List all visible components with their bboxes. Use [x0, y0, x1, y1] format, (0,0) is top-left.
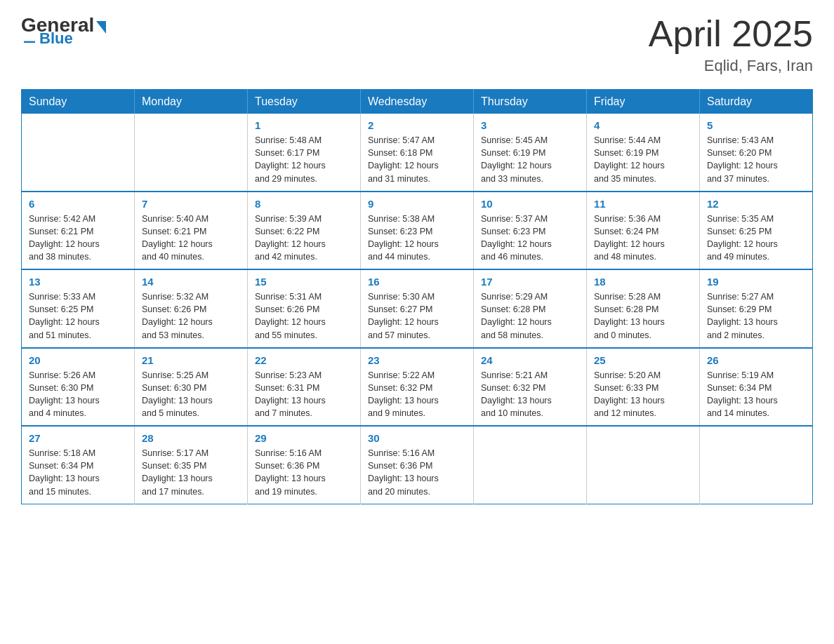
calendar-cell: 14Sunrise: 5:32 AMSunset: 6:26 PMDayligh… [135, 269, 248, 348]
day-info: Sunrise: 5:43 AMSunset: 6:20 PMDaylight:… [707, 134, 805, 185]
calendar-cell: 29Sunrise: 5:16 AMSunset: 6:36 PMDayligh… [248, 426, 361, 504]
day-info: Sunrise: 5:38 AMSunset: 6:23 PMDaylight:… [368, 213, 466, 264]
calendar-cell [22, 114, 135, 192]
day-number: 3 [481, 119, 579, 131]
day-info: Sunrise: 5:27 AMSunset: 6:29 PMDaylight:… [707, 290, 805, 342]
day-info: Sunrise: 5:37 AMSunset: 6:23 PMDaylight:… [481, 213, 579, 264]
day-number: 25 [594, 354, 692, 366]
calendar-cell: 12Sunrise: 5:35 AMSunset: 6:25 PMDayligh… [700, 192, 813, 270]
day-number: 7 [142, 198, 240, 210]
calendar-cell: 18Sunrise: 5:28 AMSunset: 6:28 PMDayligh… [587, 269, 700, 348]
day-header-friday: Friday [587, 90, 700, 114]
day-number: 5 [707, 119, 805, 131]
calendar-cell: 13Sunrise: 5:33 AMSunset: 6:25 PMDayligh… [22, 269, 135, 348]
calendar-cell: 9Sunrise: 5:38 AMSunset: 6:23 PMDaylight… [361, 192, 474, 270]
day-number: 26 [707, 354, 805, 366]
page-header: General ▬▬ Blue April 2025 Eqlid, Fars, … [21, 14, 813, 75]
calendar-cell: 17Sunrise: 5:29 AMSunset: 6:28 PMDayligh… [474, 269, 587, 348]
day-header-wednesday: Wednesday [361, 90, 474, 114]
calendar-cell: 2Sunrise: 5:47 AMSunset: 6:18 PMDaylight… [361, 114, 474, 192]
day-info: Sunrise: 5:28 AMSunset: 6:28 PMDaylight:… [594, 290, 692, 342]
day-number: 20 [29, 354, 127, 366]
day-number: 30 [368, 432, 466, 444]
day-header-saturday: Saturday [700, 90, 813, 114]
calendar-cell: 20Sunrise: 5:26 AMSunset: 6:30 PMDayligh… [22, 348, 135, 427]
day-number: 11 [594, 198, 692, 210]
calendar-week-row: 27Sunrise: 5:18 AMSunset: 6:34 PMDayligh… [22, 426, 813, 504]
day-number: 9 [368, 198, 466, 210]
calendar-cell: 24Sunrise: 5:21 AMSunset: 6:32 PMDayligh… [474, 348, 587, 427]
day-info: Sunrise: 5:26 AMSunset: 6:30 PMDaylight:… [29, 369, 127, 420]
calendar-cell: 25Sunrise: 5:20 AMSunset: 6:33 PMDayligh… [587, 348, 700, 427]
day-number: 22 [255, 354, 353, 366]
day-info: Sunrise: 5:48 AMSunset: 6:17 PMDaylight:… [255, 134, 353, 185]
day-info: Sunrise: 5:25 AMSunset: 6:30 PMDaylight:… [142, 369, 240, 420]
calendar-week-row: 6Sunrise: 5:42 AMSunset: 6:21 PMDaylight… [22, 192, 813, 270]
calendar-cell: 5Sunrise: 5:43 AMSunset: 6:20 PMDaylight… [700, 114, 813, 192]
day-info: Sunrise: 5:45 AMSunset: 6:19 PMDaylight:… [481, 134, 579, 185]
day-number: 21 [142, 354, 240, 366]
day-info: Sunrise: 5:30 AMSunset: 6:27 PMDaylight:… [368, 290, 466, 342]
calendar-cell: 7Sunrise: 5:40 AMSunset: 6:21 PMDaylight… [135, 192, 248, 270]
day-number: 16 [368, 276, 466, 288]
day-number: 18 [594, 276, 692, 288]
calendar-cell: 16Sunrise: 5:30 AMSunset: 6:27 PMDayligh… [361, 269, 474, 348]
calendar-cell: 23Sunrise: 5:22 AMSunset: 6:32 PMDayligh… [361, 348, 474, 427]
day-number: 23 [368, 354, 466, 366]
calendar-cell [135, 114, 248, 192]
location-title: Eqlid, Fars, Iran [649, 57, 813, 75]
day-number: 14 [142, 276, 240, 288]
day-number: 28 [142, 432, 240, 444]
day-number: 15 [255, 276, 353, 288]
logo-arrow-icon [96, 21, 106, 34]
calendar-cell [700, 426, 813, 504]
calendar-week-row: 1Sunrise: 5:48 AMSunset: 6:17 PMDaylight… [22, 114, 813, 192]
calendar-cell: 1Sunrise: 5:48 AMSunset: 6:17 PMDaylight… [248, 114, 361, 192]
day-info: Sunrise: 5:16 AMSunset: 6:36 PMDaylight:… [368, 447, 466, 498]
day-number: 13 [29, 276, 127, 288]
month-title: April 2025 [649, 14, 813, 54]
day-info: Sunrise: 5:22 AMSunset: 6:32 PMDaylight:… [368, 369, 466, 420]
day-info: Sunrise: 5:19 AMSunset: 6:34 PMDaylight:… [707, 369, 805, 420]
calendar-cell [587, 426, 700, 504]
calendar-cell: 6Sunrise: 5:42 AMSunset: 6:21 PMDaylight… [22, 192, 135, 270]
day-info: Sunrise: 5:47 AMSunset: 6:18 PMDaylight:… [368, 134, 466, 185]
calendar-cell: 30Sunrise: 5:16 AMSunset: 6:36 PMDayligh… [361, 426, 474, 504]
calendar-cell: 4Sunrise: 5:44 AMSunset: 6:19 PMDaylight… [587, 114, 700, 192]
calendar-cell: 19Sunrise: 5:27 AMSunset: 6:29 PMDayligh… [700, 269, 813, 348]
calendar-cell: 21Sunrise: 5:25 AMSunset: 6:30 PMDayligh… [135, 348, 248, 427]
day-info: Sunrise: 5:29 AMSunset: 6:28 PMDaylight:… [481, 290, 579, 342]
title-section: April 2025 Eqlid, Fars, Iran [649, 14, 813, 75]
day-number: 6 [29, 198, 127, 210]
calendar-header-row: SundayMondayTuesdayWednesdayThursdayFrid… [22, 90, 813, 114]
calendar-cell: 22Sunrise: 5:23 AMSunset: 6:31 PMDayligh… [248, 348, 361, 427]
day-number: 17 [481, 276, 579, 288]
day-info: Sunrise: 5:17 AMSunset: 6:35 PMDaylight:… [142, 447, 240, 498]
day-info: Sunrise: 5:36 AMSunset: 6:24 PMDaylight:… [594, 213, 692, 264]
calendar-cell: 8Sunrise: 5:39 AMSunset: 6:22 PMDaylight… [248, 192, 361, 270]
day-number: 10 [481, 198, 579, 210]
day-number: 8 [255, 198, 353, 210]
day-header-tuesday: Tuesday [248, 90, 361, 114]
calendar-cell: 27Sunrise: 5:18 AMSunset: 6:34 PMDayligh… [22, 426, 135, 504]
day-info: Sunrise: 5:33 AMSunset: 6:25 PMDaylight:… [29, 290, 127, 342]
day-info: Sunrise: 5:23 AMSunset: 6:31 PMDaylight:… [255, 369, 353, 420]
calendar-cell: 26Sunrise: 5:19 AMSunset: 6:34 PMDayligh… [700, 348, 813, 427]
calendar-week-row: 13Sunrise: 5:33 AMSunset: 6:25 PMDayligh… [22, 269, 813, 348]
day-number: 19 [707, 276, 805, 288]
day-header-sunday: Sunday [22, 90, 135, 114]
day-info: Sunrise: 5:31 AMSunset: 6:26 PMDaylight:… [255, 290, 353, 342]
day-info: Sunrise: 5:18 AMSunset: 6:34 PMDaylight:… [29, 447, 127, 498]
day-header-thursday: Thursday [474, 90, 587, 114]
day-info: Sunrise: 5:40 AMSunset: 6:21 PMDaylight:… [142, 213, 240, 264]
day-info: Sunrise: 5:21 AMSunset: 6:32 PMDaylight:… [481, 369, 579, 420]
calendar-week-row: 20Sunrise: 5:26 AMSunset: 6:30 PMDayligh… [22, 348, 813, 427]
day-number: 1 [255, 119, 353, 131]
day-header-monday: Monday [135, 90, 248, 114]
calendar-cell [474, 426, 587, 504]
day-info: Sunrise: 5:39 AMSunset: 6:22 PMDaylight:… [255, 213, 353, 264]
calendar-cell: 28Sunrise: 5:17 AMSunset: 6:35 PMDayligh… [135, 426, 248, 504]
day-info: Sunrise: 5:35 AMSunset: 6:25 PMDaylight:… [707, 213, 805, 264]
day-number: 27 [29, 432, 127, 444]
day-number: 12 [707, 198, 805, 210]
